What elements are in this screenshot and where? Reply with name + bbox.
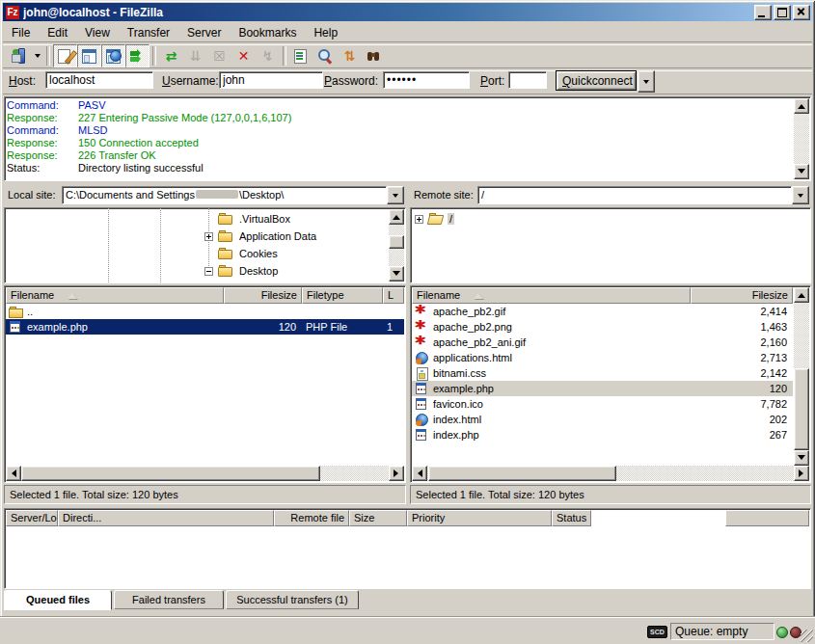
queue-column-header[interactable]: Directi...: [58, 510, 274, 526]
file-row[interactable]: apache_pb2_ani.gif 2,160: [412, 335, 793, 350]
remote-site-combo[interactable]: /: [477, 186, 809, 204]
toggle-remote-tree-button[interactable]: [101, 44, 125, 67]
scroll-up-button[interactable]: [794, 98, 809, 114]
synchronized-browsing-button[interactable]: ⇅: [338, 44, 362, 67]
file-row[interactable]: applications.html 2,713: [412, 350, 793, 365]
directory-comparison-button[interactable]: [313, 44, 338, 67]
scroll-up-button[interactable]: [794, 287, 809, 303]
tree-item-label[interactable]: .VirtualBox: [237, 213, 292, 225]
tab-successful-transfers[interactable]: Successful transfers (1): [226, 590, 359, 609]
reconnect-button[interactable]: ↯: [256, 44, 280, 67]
scroll-left-button[interactable]: [6, 466, 21, 481]
file-row[interactable]: apache_pb2.png 1,463: [412, 319, 793, 335]
tree-expander-icon[interactable]: [204, 267, 213, 276]
column-header-filename[interactable]: Filename: [412, 287, 691, 304]
menu-item[interactable]: Edit: [39, 24, 76, 41]
scroll-thumb[interactable]: [21, 466, 320, 481]
username-input[interactable]: [219, 71, 323, 89]
port-label: Port:: [480, 74, 504, 88]
port-input[interactable]: [508, 71, 547, 89]
quickconnect-dropdown[interactable]: [638, 70, 655, 93]
find-files-button[interactable]: [362, 44, 386, 67]
resize-grip[interactable]: [801, 630, 813, 642]
file-row[interactable]: example.php 120 PHP File 1: [6, 319, 404, 335]
file-row[interactable]: apache_pb2.gif 2,414: [412, 304, 793, 319]
menu-item[interactable]: Transfer: [119, 24, 178, 41]
tree-item[interactable]: .VirtualBox: [5, 210, 388, 228]
refresh-button[interactable]: ⇄: [159, 44, 183, 67]
tree-expander-icon[interactable]: [204, 232, 213, 241]
scroll-left-button[interactable]: [412, 466, 427, 481]
scroll-down-button[interactable]: [794, 164, 809, 179]
remote-list-body: apache_pb2.gif 2,414 apache_pb2.png 1,46…: [412, 304, 793, 466]
remote-list-hscrollbar[interactable]: [412, 466, 809, 481]
column-header-filesize[interactable]: Filesize: [224, 287, 302, 304]
file-icon: [415, 398, 430, 411]
host-input[interactable]: [45, 71, 153, 89]
cancel-operation-button[interactable]: ☒: [207, 44, 231, 67]
menu-item[interactable]: View: [76, 24, 119, 41]
queue-column-header[interactable]: Server/Local file: [6, 510, 58, 526]
local-path[interactable]: C:\Documents and Settings\Desktop\: [62, 186, 387, 204]
menu-item[interactable]: Help: [305, 24, 346, 41]
local-tree-scrollbar[interactable]: [389, 209, 404, 282]
remote-list-scrollbar[interactable]: [794, 287, 809, 466]
scroll-right-button[interactable]: [389, 466, 404, 481]
local-list-hscrollbar[interactable]: [6, 466, 404, 481]
queue-column-header[interactable]: Size: [349, 510, 407, 526]
toggle-local-tree-button[interactable]: [77, 44, 101, 67]
disconnect-button[interactable]: ✕: [231, 44, 256, 67]
quickconnect-button[interactable]: Quickconnect: [556, 70, 637, 91]
log-scrollbar[interactable]: [794, 98, 809, 179]
file-row[interactable]: ..: [6, 304, 404, 319]
scroll-down-button[interactable]: [794, 450, 809, 466]
scroll-up-button[interactable]: [389, 209, 404, 225]
column-header-filesize[interactable]: Filesize: [691, 287, 793, 304]
scroll-right-button[interactable]: [794, 466, 809, 481]
tree-item-label[interactable]: Desktop: [237, 265, 280, 277]
file-row[interactable]: index.php 267: [412, 427, 793, 443]
tree-item[interactable]: Desktop: [5, 262, 388, 280]
scroll-thumb[interactable]: [794, 368, 809, 450]
menu-item[interactable]: File: [3, 24, 39, 41]
tree-item[interactable]: Cookies: [5, 245, 388, 262]
tree-item-label[interactable]: Cookies: [237, 248, 280, 259]
password-input[interactable]: [383, 71, 470, 89]
toggle-message-log-button[interactable]: [53, 44, 77, 67]
tree-item-label[interactable]: Application Data: [237, 230, 318, 242]
file-row[interactable]: favicon.ico 7,782: [412, 396, 793, 412]
process-queue-button[interactable]: ⇊: [183, 44, 207, 67]
local-site-combo[interactable]: C:\Documents and Settings\Desktop\: [62, 186, 404, 204]
menu-item[interactable]: Server: [178, 24, 230, 41]
site-manager-button[interactable]: [7, 44, 31, 67]
column-header-filetype[interactable]: Filetype: [302, 287, 383, 304]
tab-queued-files[interactable]: Queued files: [4, 590, 112, 610]
scroll-thumb[interactable]: [428, 466, 616, 481]
tree-item[interactable]: Application Data: [5, 228, 388, 245]
folder-icon: [218, 265, 233, 277]
close-button[interactable]: [793, 5, 810, 20]
tab-failed-transfers[interactable]: Failed transfers: [114, 590, 224, 609]
toggle-transfer-queue-button[interactable]: [125, 44, 149, 67]
scroll-thumb[interactable]: [389, 235, 404, 249]
column-header-partial[interactable]: L: [383, 287, 404, 304]
queue-column-header[interactable]: Remote file: [274, 510, 349, 526]
filter-button[interactable]: [289, 44, 313, 67]
tree-expander-icon[interactable]: [415, 215, 423, 224]
menu-item[interactable]: Bookmarks: [230, 24, 305, 41]
maximize-button[interactable]: [774, 5, 791, 20]
tree-item-label[interactable]: /: [448, 213, 454, 225]
queue-column-header[interactable]: Status: [552, 510, 591, 526]
file-row[interactable]: index.html 202: [412, 412, 793, 427]
remote-path-dropdown[interactable]: [792, 186, 809, 204]
minimize-button[interactable]: [754, 5, 772, 20]
queue-column-header[interactable]: Priority: [407, 510, 552, 526]
file-row[interactable]: bitnami.css 2,142: [412, 365, 793, 381]
tree-item[interactable]: /: [415, 210, 808, 228]
local-path-dropdown[interactable]: [387, 186, 404, 204]
scroll-down-button[interactable]: [389, 266, 404, 282]
remote-path[interactable]: /: [477, 186, 792, 204]
column-header-filename[interactable]: Filename: [6, 287, 224, 304]
site-manager-dropdown[interactable]: [31, 45, 43, 67]
file-row[interactable]: example.php 120: [412, 381, 793, 396]
